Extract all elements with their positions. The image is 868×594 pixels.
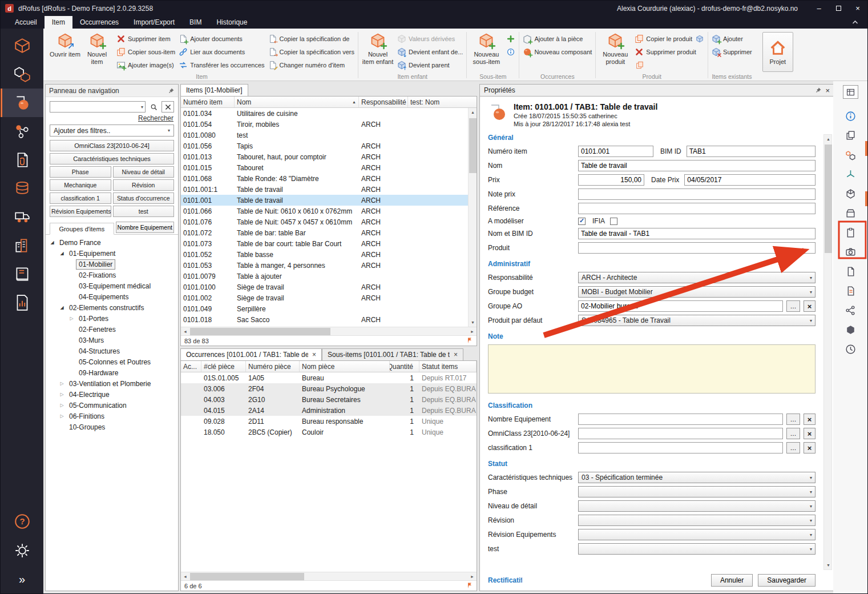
devient-parent-button[interactable]: Devient parent: [397, 60, 463, 70]
nouveau-composant-button[interactable]: Nouveau composant: [523, 47, 592, 57]
occurrence-row[interactable]: 09.028 2D11 Bureau responsable 1 Unique: [181, 416, 477, 427]
filter-button[interactable]: OmniClass 23[2010-06-24]: [50, 140, 174, 151]
sidebar-item-rooms[interactable]: [1, 31, 43, 60]
scroll-left-icon[interactable]: ◄: [181, 327, 189, 336]
tree-item[interactable]: ◢ 02-Elements constructifs: [46, 302, 178, 313]
sidebar-item-documents[interactable]: [1, 146, 43, 174]
devient-enfant-button[interactable]: Devient enfant de...: [397, 47, 463, 57]
item-row[interactable]: 0101.0079 Table à ajouter: [181, 271, 477, 282]
statut-select[interactable]: ▾: [578, 500, 815, 512]
scroll-down-icon[interactable]: ▼: [824, 561, 833, 569]
item-row[interactable]: 0101.056 Tapis ARCH: [181, 141, 477, 151]
ifia-checkbox[interactable]: [610, 218, 617, 225]
nombre-equipement-button[interactable]: Nombre Equipement: [116, 222, 174, 233]
item-row[interactable]: 0101.072 Table de bar: table Bar ARCH: [181, 227, 477, 238]
filter-button[interactable]: Caractéristiques techniques: [50, 153, 174, 164]
sidebar-item-logistics[interactable]: [1, 203, 43, 231]
search-input[interactable]: [52, 103, 141, 111]
bim-id-field[interactable]: [687, 146, 815, 157]
nouvel-item-button[interactable]: Nouvel item: [81, 31, 113, 65]
filter-button[interactable]: Mechanique: [50, 179, 111, 191]
statut-select[interactable]: ▾: [578, 529, 815, 540]
groupe-ao-lookup-button[interactable]: …: [786, 300, 800, 312]
sidebar-item-buildings[interactable]: [1, 231, 43, 260]
scroll-right-icon[interactable]: ►: [468, 327, 477, 336]
sidebar-item-settings[interactable]: [1, 536, 43, 565]
lookup-button[interactable]: …: [786, 442, 800, 453]
note-textarea[interactable]: [488, 344, 815, 394]
items-vertical-scrollbar[interactable]: ▲ ▼: [468, 108, 477, 327]
groupe-ao-field[interactable]: [578, 300, 783, 312]
item-row[interactable]: 0101.001:1 Table de travail ARCH: [181, 184, 477, 195]
copier-sous-item-button[interactable]: Copier sous-item: [116, 47, 175, 57]
sidebar-item-help[interactable]: ?: [1, 508, 43, 536]
tree-item[interactable]: 04-Structures: [46, 346, 178, 356]
column-header-numero-piece[interactable]: Numéro pièce: [246, 361, 300, 372]
nouvel-item-enfant-button[interactable]: Nouvel item enfant: [362, 31, 394, 65]
tab-sous-items[interactable]: Sous-items [0101.001 / TAB1: Table de tr…: [322, 348, 463, 360]
item-row[interactable]: 0101.018 Sac Sacco ARCH: [181, 314, 477, 325]
item-row[interactable]: 0101.0100 Siège de travail ARCH: [181, 282, 477, 292]
column-header-test-nom[interactable]: test: Nom: [408, 97, 477, 107]
pin-icon[interactable]: [168, 87, 175, 94]
axes-3d-button[interactable]: [843, 167, 858, 182]
filter-button[interactable]: Status d'occurrence: [113, 192, 175, 204]
scroll-thumb[interactable]: [469, 118, 477, 173]
date-prix-field[interactable]: [684, 174, 815, 186]
ribbon-tab[interactable]: Historique: [209, 16, 255, 29]
close-icon[interactable]: ×: [312, 351, 316, 358]
column-header-cle-piece[interactable]: #clé pièce: [201, 361, 246, 372]
items-group-button[interactable]: [843, 147, 858, 162]
sidebar-item-expand[interactable]: »: [1, 565, 43, 593]
hidden-panel-tab-orange[interactable]: [865, 191, 867, 206]
lier-documents-button[interactable]: Lier aux documents: [179, 47, 264, 57]
filter-button[interactable]: test: [113, 206, 175, 217]
cube-solid-panel-button[interactable]: [843, 322, 858, 337]
occurrence-row[interactable]: 04.015 2A14 Administration 1 Depuis EQ.B…: [181, 405, 477, 416]
clear-button[interactable]: ×: [804, 414, 815, 425]
reference-field[interactable]: [578, 203, 815, 214]
clear-search-button[interactable]: [162, 101, 174, 113]
document-panel-button[interactable]: [843, 264, 858, 279]
tree-expander-icon[interactable]: ▷: [58, 392, 66, 397]
column-header-numero-item[interactable]: Numéro item: [181, 97, 235, 107]
tree-item[interactable]: ◢ 01-Equipement: [46, 248, 178, 259]
sidebar-item-functions[interactable]: [1, 60, 43, 89]
clear-button[interactable]: ×: [804, 442, 815, 453]
tab-items[interactable]: Items [01-Mobilier]: [180, 84, 248, 96]
filter-button[interactable]: Phase: [50, 166, 111, 178]
sub-item-add-button[interactable]: [506, 34, 515, 43]
product-link-button[interactable]: [635, 60, 644, 70]
statut-select[interactable]: ▾: [578, 515, 815, 526]
scroll-left-icon[interactable]: ◄: [181, 572, 189, 581]
classification-field[interactable]: [578, 428, 783, 439]
close-icon[interactable]: ×: [825, 87, 830, 94]
column-header-quantite[interactable]: Quantité: [390, 361, 419, 372]
ribbon-tab[interactable]: Accueil: [7, 16, 45, 29]
occurrence-row[interactable]: 18.050 2BC5 (Copier) Couloir 1 Unique: [181, 427, 477, 438]
ouvrir-item-button[interactable]: Ouvrir item: [49, 31, 81, 58]
groupe-budget-select[interactable]: MOBI - Budget Mobilier▾: [578, 286, 815, 298]
statut-select[interactable]: 03 - Spécification terminée▾: [578, 472, 815, 483]
scroll-down-icon[interactable]: ▼: [469, 318, 477, 327]
item-row[interactable]: 0101.066 Table de Nuit: 0610 x 0610 x 07…: [181, 206, 477, 216]
ribbon-tab[interactable]: Import/Export: [126, 16, 182, 29]
nom-field[interactable]: [578, 160, 815, 171]
item-row[interactable]: 0101.053 Table à manger, 4 personnes ARC…: [181, 260, 477, 271]
groupe-ao-clear-button[interactable]: ×: [804, 300, 815, 312]
changer-numero-button[interactable]: Changer numéro d'item: [268, 60, 354, 70]
close-icon[interactable]: ×: [454, 351, 458, 358]
copier-spec-de-button[interactable]: Copier la spécification de: [268, 34, 354, 43]
a-modeliser-checkbox[interactable]: [578, 218, 586, 225]
tree-expander-icon[interactable]: ◢: [48, 240, 56, 245]
tree-item[interactable]: ◢ Demo France: [46, 237, 178, 248]
scroll-thumb[interactable]: [825, 145, 832, 253]
tree-item[interactable]: 02-Fixations: [46, 270, 178, 280]
item-row[interactable]: 0101.001 Table de travail ARCH: [181, 195, 477, 206]
tree-item[interactable]: 03-Equipement médical: [46, 280, 178, 291]
panel-flag-icon[interactable]: [466, 337, 473, 345]
search-button[interactable]: [147, 101, 160, 113]
maximize-button[interactable]: [829, 1, 848, 16]
ribbon-tab[interactable]: Item: [45, 16, 72, 29]
valeurs-derivees-button[interactable]: Valeurs dérivées: [397, 34, 463, 43]
